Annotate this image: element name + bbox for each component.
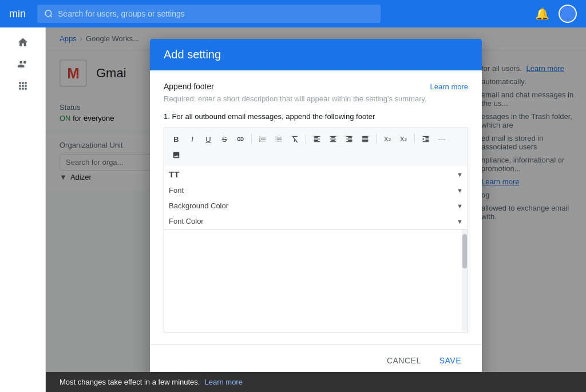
font-color-dropdown-arrow: ▼: [457, 218, 463, 225]
search-icon: [44, 9, 53, 18]
app-name: min: [9, 8, 26, 20]
sidebar-item-home[interactable]: [0, 32, 45, 54]
toast-learn-more[interactable]: Learn more: [204, 378, 242, 386]
cancel-button[interactable]: CANCEL: [380, 351, 428, 370]
toolbar-align-right[interactable]: [342, 132, 357, 146]
sidebar-item-apps[interactable]: [0, 76, 45, 97]
toolbar-align-center[interactable]: [326, 132, 340, 146]
svg-point-0: [45, 10, 52, 17]
modal-header: Add setting: [150, 39, 482, 70]
toolbar-justify[interactable]: [358, 132, 373, 146]
toast-notification: Most changes take effect in a few minute…: [46, 372, 586, 392]
sidebar-item-users[interactable]: [0, 54, 45, 76]
bg-color-dropdown-arrow: ▼: [457, 203, 463, 209]
font-color-dropdown[interactable]: Font Color ▼: [164, 213, 468, 229]
sidebar: [0, 27, 46, 392]
toolbar-superscript[interactable]: X2: [396, 132, 411, 146]
toolbar-remove-format[interactable]: [287, 132, 302, 146]
modal-title: Add setting: [164, 48, 468, 61]
toolbar-align-left[interactable]: [310, 132, 324, 146]
toolbar-ordered-list[interactable]: [255, 132, 270, 146]
editor-area: [164, 229, 468, 332]
svg-line-1: [50, 15, 52, 17]
content-area: Apps › Google Works... M Gmai Status ON …: [46, 27, 586, 392]
toolbar-unordered-list[interactable]: [271, 132, 286, 146]
toolbar-indent[interactable]: [418, 132, 433, 146]
append-footer-label: Append footer: [164, 82, 214, 91]
toolbar-outdent[interactable]: —: [434, 132, 449, 146]
search-bar[interactable]: Search for users, groups or settings: [37, 5, 381, 23]
bell-icon[interactable]: 🔔: [535, 7, 549, 21]
users-icon: [17, 58, 29, 70]
toolbar-sep-4: [414, 134, 415, 144]
font-dropdown-arrow: ▼: [457, 187, 463, 194]
font-dropdown-label: Font: [169, 186, 184, 195]
top-nav: min Search for users, groups or settings…: [0, 0, 586, 27]
modal-description: Required: enter a short description that…: [164, 94, 468, 103]
search-placeholder: Search for users, groups or settings: [58, 9, 185, 18]
size-dropdown-arrow: ▼: [457, 171, 463, 178]
toolbar-underline[interactable]: U: [201, 132, 216, 146]
editor-toolbar: B I U S: [164, 128, 468, 166]
add-setting-modal: Add setting Append footer Learn more Req…: [150, 39, 482, 377]
avatar[interactable]: [559, 5, 577, 23]
toolbar-subscript[interactable]: X2: [380, 132, 395, 146]
modal-body: Append footer Learn more Required: enter…: [150, 70, 482, 344]
font-color-dropdown-label: Font Color: [169, 217, 204, 225]
editor-content[interactable]: [164, 229, 462, 332]
toolbar-sep-2: [306, 134, 306, 144]
toolbar-image[interactable]: [169, 148, 184, 163]
home-icon: [17, 37, 29, 48]
size-dropdown[interactable]: TT ▼: [164, 166, 468, 183]
size-dropdown-label: TT: [169, 169, 179, 179]
toolbar-sep-1: [251, 134, 252, 144]
editor-scrollbar[interactable]: [462, 229, 468, 332]
nav-icons: 🔔: [535, 5, 577, 23]
modal-section-title: Append footer Learn more: [164, 82, 468, 91]
toolbar-link[interactable]: [233, 132, 248, 146]
toolbar-sep-3: [376, 134, 377, 144]
toolbar-bold[interactable]: B: [169, 132, 184, 146]
font-dropdown[interactable]: Font ▼: [164, 183, 468, 198]
bg-color-dropdown[interactable]: Background Color ▼: [164, 198, 468, 213]
apps-icon: [17, 80, 29, 92]
main-layout: Apps › Google Works... M Gmai Status ON …: [0, 27, 586, 392]
save-button[interactable]: SAVE: [433, 351, 468, 370]
toolbar-strikethrough[interactable]: S: [217, 132, 232, 146]
bg-color-dropdown-label: Background Color: [169, 201, 228, 210]
toolbar-italic[interactable]: I: [185, 132, 200, 146]
toast-text: Most changes take effect in a few minute…: [60, 378, 200, 386]
setting-instruction: 1. For all outbound email messages, appe…: [164, 112, 468, 121]
scrollbar-thumb: [462, 234, 467, 268]
learn-more-link[interactable]: Learn more: [430, 82, 468, 91]
